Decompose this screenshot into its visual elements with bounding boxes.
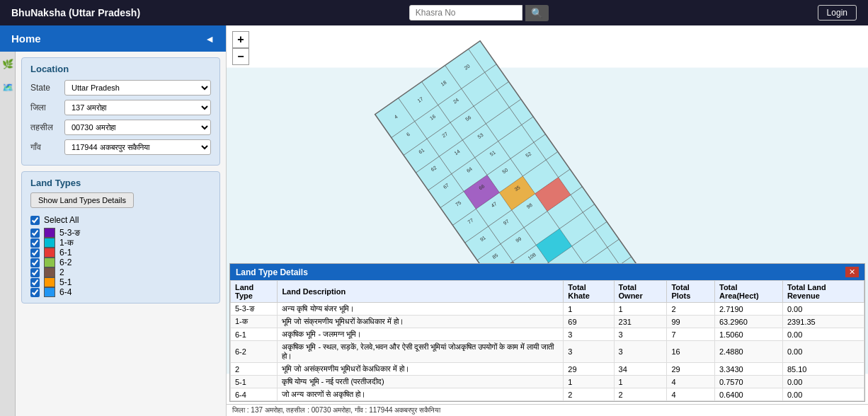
state-select[interactable]: Uttar Pradesh [64, 80, 211, 96]
table-cell: 7 [667, 328, 715, 341]
zoom-out-button[interactable]: − [232, 48, 249, 65]
table-cell: 29 [667, 363, 715, 376]
list-item: 5-1 [30, 277, 211, 287]
land-type-checkboxes: 5-3-ङ 1-क 6-1 6-2 2 5-1 6-4 [30, 228, 211, 297]
select-all-checkbox[interactable] [30, 216, 40, 225]
login-button[interactable]: Login [818, 5, 857, 21]
tehsil-select[interactable]: 00730 अमरोहा [64, 120, 211, 135]
village-row: गाँव 117944 अकबरपुर सकैनिया [30, 139, 211, 155]
land-type-code: 6-2 [59, 258, 72, 267]
table-cell: 231 [614, 316, 667, 328]
land-type-checkbox[interactable] [30, 238, 40, 248]
search-button[interactable]: 🔍 [525, 5, 549, 21]
table-cell: 99 [667, 316, 715, 328]
land-type-checkbox[interactable] [30, 288, 40, 297]
land-type-color [44, 267, 55, 277]
table-cell: 0.00 [782, 388, 864, 401]
land-types-section: Land Types Show Land Types Details Selec… [21, 171, 220, 304]
location-title: Location [30, 64, 211, 74]
table-cell: 4 [667, 388, 715, 401]
table-cell: 4 [667, 376, 715, 388]
zoom-controls: + − [232, 31, 249, 65]
search-bar: 🔍 [409, 5, 549, 21]
status-text: जिला : 137 अमरोहा, तहसील : 00730 अमरोहा,… [232, 406, 440, 414]
list-item: 6-2 [30, 258, 211, 267]
table-cell: 85.10 [782, 363, 864, 376]
table-cell: कृषि योग्य भूमि - नई परती (परतीजदीद) [278, 376, 564, 388]
table-cell: 6-1 [231, 328, 278, 341]
table-cell: 1 [614, 303, 667, 316]
village-select[interactable]: 117944 अकबरपुर सकैनिया [64, 139, 211, 155]
table-cell: 2391.35 [782, 316, 864, 328]
land-type-code: 5-1 [59, 277, 72, 287]
table-row: 5-3-ङअन्य कृषि योग्य बंजर भूमि।1122.7190… [231, 303, 864, 316]
table-column-header: Total Plots [667, 281, 715, 303]
table-cell: 0.00 [782, 341, 864, 363]
table-column-header: Land Description [278, 281, 564, 303]
table-row: 6-1अकृषिक भूमि - जलमग्न भूमि।3371.50600.… [231, 328, 864, 341]
land-types-list: Select All 5-3-ङ 1-क 6-1 6-2 2 5-1 6-4 [30, 215, 211, 297]
land-type-code: 5-3-ङ [59, 228, 80, 238]
sidebar-toggle-icon[interactable]: ◄ [205, 33, 215, 45]
khasra-search-input[interactable] [409, 5, 522, 21]
table-cell: भूमि जो संक्रमणीय भूमिधरों केअधिकार में … [278, 316, 564, 328]
table-column-header: Land Type [231, 281, 278, 303]
state-row: State Uttar Pradesh [30, 80, 211, 96]
table-header-row: Land TypeLand DescriptionTotal KhateTota… [231, 281, 864, 303]
list-item: 6-1 [30, 248, 211, 258]
table-cell: 2 [614, 388, 667, 401]
table-cell: 1 [564, 376, 614, 388]
land-type-color [44, 228, 55, 238]
land-type-code: 6-1 [59, 248, 72, 258]
table-cell: 69 [564, 316, 614, 328]
table-cell: 2.7190 [715, 303, 783, 316]
nav-icon-2[interactable]: 🗺️ [2, 82, 13, 93]
zoom-in-button[interactable]: + [232, 31, 249, 48]
table-cell: 5-3-ङ [231, 303, 278, 316]
table-column-header: Total Owner [614, 281, 667, 303]
table-column-header: Total Khate [564, 281, 614, 303]
table-cell: 34 [614, 363, 667, 376]
table-cell: 3 [564, 341, 614, 363]
land-type-checkbox[interactable] [30, 229, 40, 238]
table-cell: 0.7570 [715, 376, 783, 388]
table-row: 2भूमि जो असंक्रमणीय भूमिधरों केअधिकार मे… [231, 363, 864, 376]
table-cell: 3.3430 [715, 363, 783, 376]
table-column-header: Total Area(Hect) [715, 281, 783, 303]
table-cell: अन्य कृषि योग्य बंजर भूमि। [278, 303, 564, 316]
table-cell: अकृषिक भूमि - स्थल, सड़कें, रेलवे,भवन और… [278, 341, 564, 363]
table-cell: 2.4880 [715, 341, 783, 363]
table-row: 6-4जो अन्य कारणों से अकृषित हो।2240.6400… [231, 388, 864, 401]
table-row: 1-कभूमि जो संक्रमणीय भूमिधरों केअधिकार म… [231, 316, 864, 328]
district-select[interactable]: 137 अमरोहा [64, 100, 211, 115]
ltd-title: Land Type Details [236, 267, 308, 277]
select-all-label: Select All [44, 215, 79, 225]
nav-icon-1[interactable]: 🌿 [2, 59, 13, 69]
table-cell: जो अन्य कारणों से अकृषित हो। [278, 388, 564, 401]
land-type-checkbox[interactable] [30, 248, 40, 258]
land-type-color [44, 258, 55, 267]
district-label: जिला [30, 103, 60, 112]
sidebar: Home ◄ 🌿 🗺️ Location State Uttar Pradesh [0, 25, 227, 416]
table-cell: 3 [614, 328, 667, 341]
land-type-color [44, 287, 55, 297]
land-type-checkbox[interactable] [30, 258, 40, 267]
ltd-close-button[interactable]: ✕ [845, 267, 859, 277]
table-cell: 16 [667, 341, 715, 363]
table-cell: 2 [564, 388, 614, 401]
sidebar-home-label: Home [11, 33, 41, 45]
list-item: 5-3-ङ [30, 228, 211, 238]
table-cell: 0.00 [782, 303, 864, 316]
table-cell: 6-2 [231, 341, 278, 363]
land-type-color [44, 277, 55, 287]
app-header: BhuNaksha (Uttar Pradesh) 🔍 Login [0, 0, 868, 25]
show-land-types-details-button[interactable]: Show Land Types Details [30, 192, 134, 208]
village-label: गाँव [30, 142, 60, 152]
tehsil-row: तहसील 00730 अमरोहा [30, 120, 211, 135]
tehsil-label: तहसील [30, 122, 60, 132]
list-item: 2 [30, 267, 211, 277]
land-type-checkbox[interactable] [30, 268, 40, 277]
land-type-checkbox[interactable] [30, 278, 40, 287]
list-item: 1-क [30, 238, 211, 248]
table-cell: 3 [614, 341, 667, 363]
